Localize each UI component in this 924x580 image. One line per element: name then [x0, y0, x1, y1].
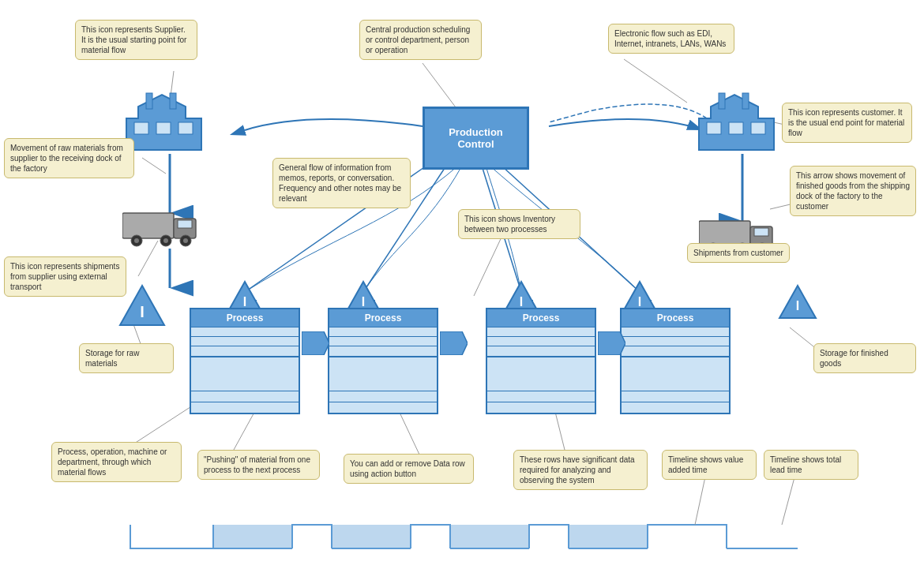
process-operation-text: Process, operation, machine or departmen…: [58, 447, 167, 477]
svg-line-28: [423, 63, 458, 110]
push-arrow-2: [440, 331, 468, 357]
svg-line-25: [142, 158, 166, 174]
supplier-transport-callout: This icon represents shipments from supp…: [4, 256, 126, 297]
svg-rect-44: [156, 122, 171, 134]
customer-callout-text: This icon represents customer. It is the…: [788, 108, 904, 137]
storage-raw-text: Storage for raw materials: [85, 349, 139, 368]
production-control-label: Production Control: [449, 126, 503, 150]
storage-raw-callout: Storage for raw materials: [79, 343, 174, 373]
svg-rect-56: [178, 220, 192, 228]
process-1-label: Process: [191, 309, 299, 327]
production-control-callout-text: Central production scheduling or control…: [366, 25, 470, 54]
process-box-3: Process: [486, 308, 596, 414]
svg-marker-86: [598, 331, 625, 355]
shipments-customer-text: Shipments from customer: [693, 249, 783, 257]
svg-text:I: I: [638, 295, 641, 309]
supplier-callout-text: This icon represents Supplier. It is the…: [81, 25, 186, 54]
svg-line-30: [624, 59, 687, 103]
finished-goods-text: This arrow shows movement of finished go…: [796, 171, 910, 211]
svg-text:I: I: [520, 295, 523, 309]
svg-text:I: I: [140, 303, 145, 320]
svg-rect-43: [134, 122, 148, 134]
inventory-callout-text: This icon shows Inventory between two pr…: [464, 215, 555, 234]
diagram-canvas: Production Control: [0, 0, 924, 580]
svg-marker-84: [302, 331, 329, 355]
info-flow-text: General flow of information from memos, …: [279, 163, 401, 203]
electronic-flow-text: Electronic flow such as EDI, Internet, i…: [614, 29, 726, 48]
svg-text:I: I: [796, 299, 799, 312]
supplier-transport-text: This icon represents shipments from supp…: [10, 262, 119, 291]
production-control-callout: Central production scheduling or control…: [359, 20, 482, 60]
data-rows-info-callout: These rows have significant data require…: [513, 450, 648, 490]
svg-rect-65: [754, 228, 768, 236]
timeline-value-added-callout: Timeline shows value added time: [662, 450, 757, 480]
customer-callout: This icon represents customer. It is the…: [782, 103, 912, 143]
svg-text:I: I: [243, 295, 246, 309]
raw-material-movement-callout: Movement of raw materials from supplier …: [4, 138, 134, 178]
svg-rect-23: [569, 525, 648, 548]
svg-rect-22: [450, 525, 529, 548]
electronic-flow-callout: Electronic flow such as EDI, Internet, i…: [608, 24, 734, 54]
svg-rect-53: [742, 93, 749, 109]
svg-rect-21: [332, 525, 411, 548]
data-rows-info-text: These rows have significant data require…: [520, 455, 635, 485]
push-arrow-1: [302, 331, 329, 357]
process-operation-callout: Process, operation, machine or departmen…: [51, 442, 182, 482]
svg-point-58: [134, 238, 139, 243]
inventory-callout: This icon shows Inventory between two pr…: [458, 209, 580, 239]
process-2-label: Process: [329, 309, 437, 327]
timeline-lead-text: Timeline shows total lead time: [770, 455, 841, 474]
svg-rect-45: [178, 122, 193, 134]
svg-rect-50: [729, 122, 743, 134]
process-box-4: Process: [620, 308, 731, 414]
push-callout-text: "Pushing" of material from one process t…: [204, 455, 310, 474]
customer-factory: [695, 87, 778, 159]
svg-point-60: [163, 238, 168, 243]
storage-finished-callout: Storage for finished goods: [813, 343, 916, 373]
svg-rect-51: [751, 122, 765, 134]
info-flow-callout: General flow of information from memos, …: [272, 158, 411, 208]
finished-goods-triangle: I: [778, 284, 817, 321]
raw-material-movement-text: Movement of raw materials from supplier …: [10, 144, 123, 173]
svg-rect-20: [213, 525, 292, 548]
process-4-label: Process: [622, 309, 729, 327]
data-row-callout-text: You can add or remove Data row using act…: [350, 459, 465, 478]
shipments-customer-callout: Shipments from customer: [687, 243, 790, 263]
svg-rect-54: [122, 213, 174, 238]
svg-rect-47: [170, 93, 176, 109]
timeline-lead-callout: Timeline shows total lead time: [764, 450, 858, 480]
push-callout: "Pushing" of material from one process t…: [197, 450, 320, 480]
svg-marker-85: [440, 331, 468, 355]
process-box-1: Process: [190, 308, 300, 414]
supplier-callout: This icon represents Supplier. It is the…: [75, 20, 197, 60]
timeline-value-added-text: Timeline shows value added time: [668, 455, 743, 474]
svg-rect-49: [707, 122, 721, 134]
push-arrow-3: [598, 331, 625, 357]
process-box-2: Process: [328, 308, 438, 414]
finished-goods-callout: This arrow shows movement of finished go…: [790, 166, 916, 216]
supplier-factory: [122, 87, 205, 159]
svg-rect-52: [719, 93, 725, 109]
process-3-label: Process: [487, 309, 595, 327]
production-control-box: Production Control: [423, 107, 529, 170]
storage-finished-text: Storage for finished goods: [820, 349, 888, 368]
data-row-callout: You can add or remove Data row using act…: [344, 454, 474, 484]
svg-text:I: I: [362, 295, 365, 309]
svg-rect-46: [146, 93, 152, 109]
supplier-truck: [122, 209, 201, 254]
svg-point-62: [183, 238, 188, 243]
